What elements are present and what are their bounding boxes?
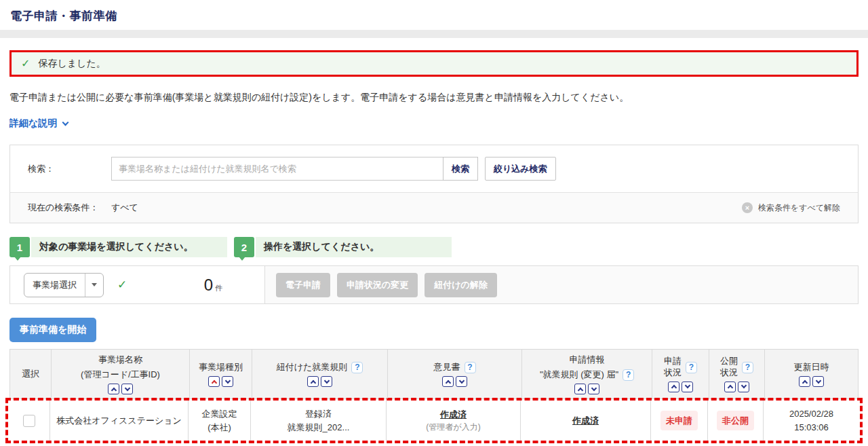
help-icon[interactable]: ? [351, 362, 363, 373]
step-2-badge: 2 [234, 237, 254, 257]
sort-asc-button[interactable] [442, 376, 454, 387]
column-header-updated-at: 更新日時 [765, 350, 858, 398]
selected-count: 0 件 [204, 276, 222, 295]
sort-controls [724, 382, 749, 392]
worksite-type-cell: 企業設定 (本社) [189, 401, 251, 441]
current-conditions-value: すべて [111, 202, 138, 214]
operation-buttons: 電子申請 申請状況の変更 紐付けの解除 [265, 266, 858, 303]
column-label2: 状況 [720, 367, 738, 379]
search-input[interactable] [111, 157, 443, 181]
column-header-linked-rules: 紐付けた就業規則 ? [252, 350, 388, 398]
search-label: 検索： [28, 163, 111, 175]
sort-asc-button[interactable] [668, 382, 679, 392]
help-icon[interactable]: ? [465, 362, 476, 373]
selection-check-icon: ✓ [117, 278, 127, 292]
sort-controls [307, 376, 332, 387]
search-panel: 検索： 検索 絞り込み検索 現在の検索条件： すべて × 検索条件をすべて解除 [9, 145, 859, 223]
sort-asc-button[interactable] [799, 376, 810, 387]
application-status-badge: 未申請 [660, 411, 698, 431]
column-label: 更新日時 [794, 361, 829, 373]
unlink-button[interactable]: 紐付けの解除 [425, 273, 497, 297]
column-label: 申請情報 [570, 354, 605, 366]
sort-controls [799, 376, 824, 387]
worksite-type: 企業設定 [202, 407, 237, 421]
opinion-created-link[interactable]: 作成済 [440, 408, 467, 422]
column-label: 選択 [22, 368, 39, 380]
detail-description-link[interactable]: 詳細な説明 [9, 117, 68, 130]
column-header-worksite-type: 事業場種別 [190, 350, 252, 398]
check-icon: ✓ [21, 57, 30, 70]
application-info-created-link[interactable]: 作成済 [572, 414, 599, 428]
current-conditions-row: 現在の検索条件： すべて × 検索条件をすべて解除 [10, 192, 858, 223]
updated-time: 15:03:06 [794, 421, 829, 434]
row-checkbox[interactable] [23, 415, 35, 427]
sort-asc-button[interactable] [108, 384, 119, 394]
help-icon[interactable]: ? [623, 369, 634, 381]
rule-name: 就業規則_202... [288, 421, 350, 434]
sort-desc-button[interactable] [738, 382, 749, 392]
worksite-name: 株式会社オフィスステーション [56, 414, 182, 428]
worksite-select-dropdown[interactable]: 事業場選択 [24, 273, 104, 297]
help-icon[interactable]: ? [742, 362, 753, 373]
column-label: 申請 [664, 356, 682, 367]
sort-asc-button[interactable] [307, 376, 319, 387]
column-label: 意見書 [434, 361, 460, 373]
application-status-cell: 未申請 [651, 401, 708, 441]
column-header-worksite-name: 事業場名称 (管理コード/工事ID) [52, 350, 190, 398]
sort-asc-button-active[interactable] [208, 376, 220, 387]
table-row: 株式会社オフィスステーション 企業設定 (本社) 登録済 就業規則_202...… [9, 401, 859, 441]
column-sublabel: "就業規則 (変更) 届" [540, 369, 618, 381]
sort-desc-button[interactable] [456, 376, 467, 387]
column-sublabel: (管理コード/工事ID) [81, 369, 160, 381]
step-1-badge: 1 [9, 237, 30, 257]
step-guide: 1 対象の事業場を選択してください。 2 操作を選択してください。 [9, 237, 859, 257]
clear-all-label: 検索条件をすべて解除 [758, 202, 840, 214]
sort-controls [574, 384, 599, 394]
chevron-down-icon [62, 119, 69, 126]
step-2-text: 操作を選択してください。 [256, 237, 452, 257]
electronic-application-button[interactable]: 電子申請 [276, 273, 330, 297]
row-select-cell [9, 401, 50, 441]
opinion-cell: 作成済 (管理者が入力) [387, 401, 521, 441]
change-application-status-button[interactable]: 申請状況の変更 [337, 273, 418, 297]
sort-desc-button[interactable] [682, 382, 693, 392]
filter-search-button[interactable]: 絞り込み検索 [485, 157, 556, 181]
sort-controls [442, 376, 467, 387]
worksite-type-sub: (本社) [208, 421, 231, 434]
column-header-select: 選択 [10, 350, 52, 398]
publish-status-badge: 非公開 [717, 411, 754, 431]
sort-desc-button[interactable] [812, 376, 824, 387]
help-icon[interactable]: ? [686, 362, 697, 373]
sort-desc-button[interactable] [588, 384, 599, 394]
page-header: 電子申請・事前準備 [0, 0, 868, 30]
row-annotation-highlight: 株式会社オフィスステーション 企業設定 (本社) 登録済 就業規則_202...… [5, 398, 863, 443]
caret-down-icon [92, 283, 97, 286]
page-title: 電子申請・事前準備 [10, 8, 858, 24]
rule-status: 登録済 [305, 407, 332, 421]
start-preparation-button[interactable]: 事前準備を開始 [9, 318, 96, 342]
column-label: 公開 [720, 356, 738, 367]
sort-controls [208, 376, 233, 387]
clear-all-conditions-button[interactable]: × 検索条件をすべて解除 [742, 202, 840, 214]
sort-desc-button[interactable] [321, 376, 332, 387]
application-info-cell: 作成済 [521, 401, 651, 441]
column-header-application-status: 申請 状況 ? [652, 350, 709, 398]
action-bar: 事業場選択 ✓ 0 件 電子申請 申請状況の変更 紐付けの解除 [9, 265, 859, 304]
step-2: 2 操作を選択してください。 [234, 237, 452, 257]
column-header-publish-status: 公開 状況 ? [709, 350, 765, 398]
dropdown-caret-button[interactable] [85, 283, 103, 286]
sort-asc-button[interactable] [724, 382, 736, 392]
worksite-table: 選択 事業場名称 (管理コード/工事ID) 事業場種別 紐付けた [9, 349, 859, 443]
column-label: 事業場名称 [98, 354, 142, 366]
sort-desc-button[interactable] [222, 376, 233, 387]
step-1-text: 対象の事業場を選択してください。 [31, 237, 227, 257]
main-content: ✓ 保存しました。 電子申請または公開に必要な事前準備(事業場と就業規則の紐付け… [0, 50, 868, 443]
sort-asc-button[interactable] [574, 384, 586, 394]
search-button[interactable]: 検索 [443, 157, 478, 181]
column-label: 紐付けた就業規則 [277, 361, 348, 373]
sort-desc-button[interactable] [121, 384, 133, 394]
save-success-alert: ✓ 保存しました。 [9, 50, 859, 77]
updated-at-cell: 2025/02/28 15:03:06 [764, 401, 859, 441]
column-header-application-info: 申請情報 "就業規則 (変更) 届" ? [522, 350, 652, 398]
worksite-name-cell: 株式会社オフィスステーション [50, 401, 189, 441]
